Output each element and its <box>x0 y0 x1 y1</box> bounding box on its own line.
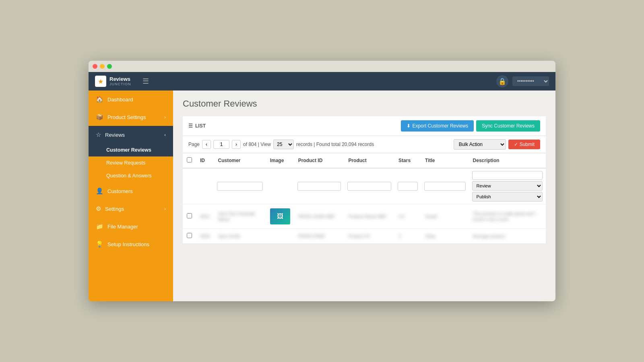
table-header-row: ID Customer Image Product ID Product Sta… <box>183 153 546 168</box>
row1-description: This product is really great and I loved… <box>469 204 546 229</box>
col-id: ID <box>196 153 214 168</box>
user-dropdown[interactable]: •••••••••• <box>512 76 549 86</box>
row2-description: Average product <box>469 229 546 244</box>
folder-icon: 📁 <box>96 223 103 230</box>
sidebar-sub-item-qa[interactable]: Question & Answers <box>89 169 173 182</box>
export-button[interactable]: ⬇ Export Customer Reviews <box>401 120 474 132</box>
toolbar-buttons: ⬇ Export Customer Reviews Sync Customer … <box>401 120 540 132</box>
box-icon: 📦 <box>96 113 103 121</box>
filter-customer-cell <box>214 168 266 204</box>
sidebar-item-file-manager[interactable]: 📁 File Manager <box>89 218 173 235</box>
minimize-dot[interactable] <box>100 64 105 69</box>
content-inner: Customer Reviews ☰ LIST ⬇ Export Custome… <box>173 90 555 301</box>
sidebar-sub-item-review-requests[interactable]: Review Requests <box>89 156 173 169</box>
gear-icon: ⚙ <box>96 205 101 212</box>
sync-button[interactable]: Sync Customer Reviews <box>476 120 540 132</box>
content-area: Customer Reviews ☰ LIST ⬇ Export Custome… <box>173 90 555 301</box>
sync-label: Sync Customer Reviews <box>482 123 535 129</box>
list-text: LIST <box>195 123 206 129</box>
main-layout: 🏠 Dashboard 📦 Product Settings › ☆ Revie… <box>89 90 555 301</box>
sidebar-label-dashboard: Dashboard <box>107 97 133 103</box>
table-row: 4521 John Doe Example Name 🖼 PROD-12345-… <box>183 204 546 229</box>
row2-id: 4520 <box>196 229 214 244</box>
logo-icon: ★ <box>95 76 106 87</box>
product-id-filter-input[interactable] <box>297 182 341 191</box>
col-product: Product <box>344 153 394 168</box>
maximize-dot[interactable] <box>107 64 112 69</box>
col-product-id: Product ID <box>294 153 345 168</box>
sidebar-label-settings: Settings <box>105 206 124 212</box>
row1-title: Great! <box>421 204 469 229</box>
avatar-button[interactable]: 🔒 <box>496 75 508 87</box>
logo-title: Reviews <box>109 76 131 82</box>
close-dot[interactable] <box>93 64 97 69</box>
sidebar-sub-item-customer-reviews[interactable]: Customer Reviews <box>89 144 173 156</box>
filter-title-cell <box>421 168 469 204</box>
filter-image-cell <box>266 168 294 204</box>
chevron-right-settings-icon: › <box>164 206 166 211</box>
lock-icon: 🔒 <box>498 78 506 85</box>
customer-filter-input[interactable] <box>217 182 262 191</box>
select-all-checkbox[interactable] <box>187 157 192 162</box>
sidebar-item-reviews[interactable]: ☆ Reviews ‹ <box>89 126 173 144</box>
submit-label: Submit <box>520 142 535 147</box>
publish-status-select[interactable]: Publish Unpublish <box>472 192 543 202</box>
row2-checkbox[interactable] <box>187 233 192 238</box>
table-wrapper: ID Customer Image Product ID Product Sta… <box>183 153 546 244</box>
filter-id-cell <box>196 168 214 204</box>
logo-text-group: Reviews JUNCTION <box>109 76 131 86</box>
review-type-select[interactable]: Review Question <box>472 181 543 191</box>
page-label: Page <box>188 142 200 147</box>
sidebar-item-dashboard[interactable]: 🏠 Dashboard <box>89 90 173 108</box>
list-icon: ☰ <box>188 123 193 129</box>
col-title: Title <box>421 153 469 168</box>
description-text-input[interactable] <box>472 171 543 180</box>
app-header: ★ Reviews JUNCTION ☰ 🔒 •••••••••• <box>89 72 555 90</box>
filter-stars-cell <box>394 168 421 204</box>
pagination-bar: Page ‹ › of 804 | View 25 10 50 100 <box>183 136 546 153</box>
row1-checkbox[interactable] <box>187 213 192 218</box>
chevron-right-icon: › <box>164 115 166 119</box>
check-icon: ✓ <box>514 142 518 147</box>
prev-page-button[interactable]: ‹ <box>202 140 211 149</box>
page-input[interactable] <box>213 140 229 149</box>
col-description: Description <box>469 153 546 168</box>
bulk-action-select[interactable]: Bulk Action Publish Unpublish Delete <box>454 139 506 150</box>
page-title: Customer Reviews <box>183 99 546 109</box>
stars-filter-input[interactable] <box>398 182 418 191</box>
row1-image: 🖼 <box>266 204 294 229</box>
list-label: ☰ LIST <box>188 123 206 129</box>
header-checkbox-cell <box>183 153 196 168</box>
sidebar-item-settings[interactable]: ⚙ Settings › <box>89 200 173 218</box>
view-select[interactable]: 25 10 50 100 <box>273 140 294 149</box>
col-image: Image <box>266 153 294 168</box>
submit-button[interactable]: ✓ Submit <box>508 140 540 149</box>
col-customer: Customer <box>214 153 266 168</box>
sidebar-sub-label-qa: Question & Answers <box>106 173 152 179</box>
user-icon: 👤 <box>96 187 103 195</box>
filter-description-cell: Review Question Publish Unpublish <box>469 168 546 204</box>
row1-id: 4521 <box>196 204 214 229</box>
product-filter-input[interactable] <box>347 182 391 191</box>
bulb-icon: 💡 <box>96 241 103 248</box>
sidebar-item-customers[interactable]: 👤 Customers <box>89 182 173 200</box>
sidebar-item-product-settings[interactable]: 📦 Product Settings › <box>89 108 173 126</box>
logo-subtitle: JUNCTION <box>109 82 131 86</box>
row1-checkbox-cell <box>183 204 196 229</box>
reviews-table: ID Customer Image Product ID Product Sta… <box>183 153 546 244</box>
bulk-action-area: Bulk Action Publish Unpublish Delete ✓ S… <box>454 139 540 150</box>
sidebar-item-setup[interactable]: 💡 Setup Instructions <box>89 235 173 253</box>
next-page-button[interactable]: › <box>232 140 241 149</box>
star-icon: ☆ <box>96 131 101 138</box>
pagination-left: Page ‹ › of 804 | View 25 10 50 100 <box>188 140 374 149</box>
col-stars: Stars <box>394 153 421 168</box>
sidebar-sub-label-review-requests: Review Requests <box>106 160 145 166</box>
row1-product-id: PROD-12345-ABC <box>294 204 345 229</box>
filter-product-id-cell <box>294 168 345 204</box>
sidebar-label-customers: Customers <box>107 188 133 194</box>
row1-customer: John Doe Example Name <box>214 204 266 229</box>
app-container: ★ Reviews JUNCTION ☰ 🔒 •••••••••• <box>89 72 555 301</box>
title-filter-input[interactable] <box>424 182 465 191</box>
hamburger-menu[interactable]: ☰ <box>142 77 149 86</box>
of-pages-label: of 804 | View <box>243 142 271 147</box>
